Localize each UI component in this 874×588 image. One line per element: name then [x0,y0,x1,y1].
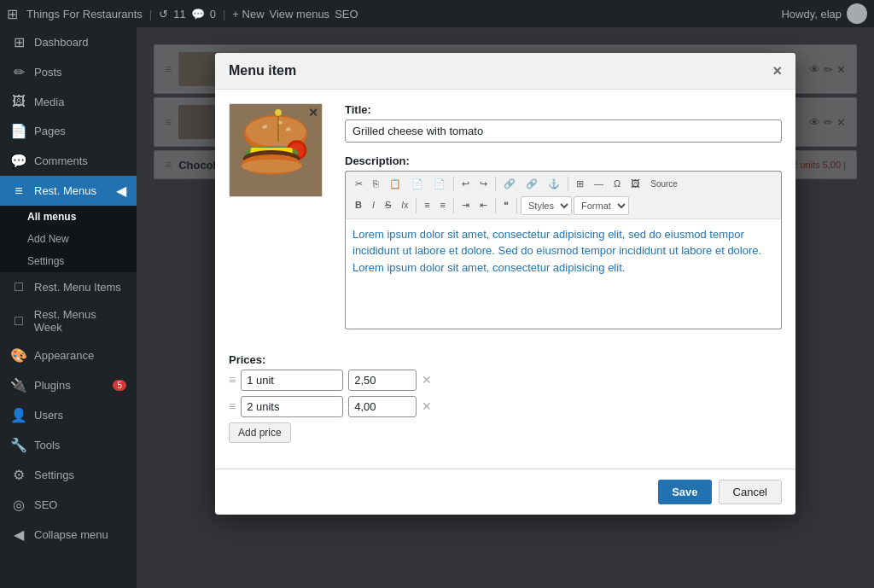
blockquote-button[interactable]: ❝ [499,196,513,214]
hr-button[interactable]: — [590,175,608,193]
sidebar-item-label: SEO [34,498,57,511]
sidebar-item-media[interactable]: 🖼 Media [0,87,137,116]
comments-icon: 💬 [191,8,205,20]
sidebar-item-posts[interactable]: ✏ Posts [0,57,137,87]
plugins-icon: 🔌 [10,377,27,393]
cut-button[interactable]: ✂ [351,175,367,193]
indent-button[interactable]: ⇥ [457,196,474,214]
dashboard-icon: ⊞ [10,34,27,50]
add-price-button[interactable]: Add price [229,422,291,443]
sidebar: ⊞ Dashboard ✏ Posts 🖼 Media 📄 Pages 💬 Co… [0,27,137,588]
updates-count[interactable]: 11 [173,8,185,20]
site-name[interactable]: Things For Restaurants [26,8,143,20]
sidebar-item-rest-menus-week[interactable]: □ Rest. Menus Week [0,301,137,341]
sidebar-item-users[interactable]: 👤 Users [0,400,137,430]
price-name-input-2[interactable] [241,396,343,417]
paste-button[interactable]: 📋 [385,175,405,193]
modal-title: Menu item [229,63,296,79]
link-button[interactable]: 🔗 [499,175,520,193]
title-input[interactable] [345,119,782,143]
paste-text-button[interactable]: 📄 [407,175,428,193]
all-menus-label: All menus [27,211,76,223]
image-remove-button[interactable]: ✕ [308,106,318,119]
sidebar-item-label: Comments [34,154,88,167]
price-remove-button-1[interactable]: ✕ [422,373,432,387]
svg-point-12 [242,160,302,173]
sep2: | [223,8,225,20]
sidebar-item-plugins[interactable]: 🔌 Plugins 5 [0,370,137,400]
seo-icon: ◎ [10,497,27,513]
sidebar-item-comments[interactable]: 💬 Comments [0,146,137,176]
sidebar-item-rest-menu-items[interactable]: □ Rest. Menu Items [0,272,137,301]
seo-link[interactable]: SEO [335,8,358,20]
table-button[interactable]: ⊞ [572,175,588,193]
save-button[interactable]: Save [658,480,711,504]
sidebar-item-collapse[interactable]: ◀ Collapse menu [0,520,137,550]
strikethrough-button[interactable]: S [381,196,395,214]
modal-footer: Save Cancel [215,469,795,515]
prices-section: Prices: ≡ ✕ ≡ ✕ A [229,353,782,443]
format-select[interactable]: Format [574,196,629,214]
wp-logo-icon: ⊞ [7,6,18,22]
image-button[interactable]: 🖼 [626,175,644,193]
sidebar-item-add-new[interactable]: Add New [0,228,137,250]
avatar [847,3,867,24]
sidebar-item-label: Appearance [34,349,94,362]
price-value-input-1[interactable] [348,370,417,391]
sidebar-item-settings-main[interactable]: ⚙ Settings [0,460,137,490]
sidebar-item-label: Media [34,96,64,108]
italic-button[interactable]: I [368,196,379,214]
image-container[interactable]: ✕ [229,103,323,197]
price-drag-handle-icon: ≡ [229,373,236,387]
anchor-button[interactable]: ⚓ [544,175,564,193]
description-label: Description: [345,154,782,167]
comments-icon: 💬 [10,153,27,169]
form-section: Title: Description: ✂ ⎘ [345,103,782,341]
sep6 [495,198,496,212]
outdent-button[interactable]: ⇤ [475,196,492,214]
view-menus-link[interactable]: View menus [270,8,330,20]
editor-toolbar: ✂ ⎘ 📋 📄 📄 ↩ ↪ � [345,171,782,218]
sidebar-item-appearance[interactable]: 🎨 Appearance [0,341,137,370]
title-row: Title: [345,103,782,143]
paste-word-button[interactable]: 📄 [429,175,450,193]
new-button[interactable]: + New [232,8,264,20]
sidebar-item-dashboard[interactable]: ⊞ Dashboard [0,27,137,57]
sidebar-item-pages[interactable]: 📄 Pages [0,116,137,146]
toolbar-row-2: B I S Ix ≡ ≡ ⇥ ⇤ [351,196,776,214]
cancel-button[interactable]: Cancel [719,480,782,504]
removeformat-button[interactable]: Ix [397,196,412,214]
price-row-2: ≡ ✕ [229,396,782,417]
price-remove-button-2[interactable]: ✕ [422,399,432,413]
unlink-button[interactable]: 🔗 [521,175,542,193]
special-char-button[interactable]: Ω [609,175,625,193]
editor-content[interactable]: Lorem ipsum dolor sit amet, consectetur … [345,218,782,329]
bold-button[interactable]: B [351,196,366,214]
sidebar-item-rest-menus[interactable]: ≡ Rest. Menus ◀ [0,176,137,206]
styles-select[interactable]: Styles [521,196,572,214]
sidebar-item-all-menus[interactable]: All menus [0,206,137,228]
modal-close-button[interactable]: × [772,63,782,79]
copy-button[interactable]: ⎘ [369,175,383,193]
source-button[interactable]: Source [646,175,682,193]
sep7 [516,198,517,212]
modal-body: ✕ Title: Description [215,90,795,469]
sidebar-item-label: Rest. Menus [34,184,96,197]
sidebar-item-label: Pages [34,125,66,137]
modal-header: Menu item × [215,53,795,90]
sidebar-item-label: Collapse menu [34,528,108,541]
ordered-list-button[interactable]: ≡ [420,196,434,214]
sidebar-item-seo[interactable]: ◎ SEO [0,490,137,520]
price-name-input-1[interactable] [241,370,343,391]
sidebar-item-tools[interactable]: 🔧 Tools [0,430,137,460]
price-value-input-2[interactable] [348,396,417,417]
sep4 [416,198,417,212]
plugins-badge: 5 [113,380,126,391]
unordered-list-button[interactable]: ≡ [436,196,450,214]
redo-button[interactable]: ↪ [475,175,492,193]
rest-menus-icon: ≡ [10,183,27,199]
image-section: ✕ [229,103,331,341]
undo-button[interactable]: ↩ [457,175,474,193]
howdy-text: Howdy, elap [781,8,842,20]
sidebar-item-settings[interactable]: Settings [0,250,137,272]
